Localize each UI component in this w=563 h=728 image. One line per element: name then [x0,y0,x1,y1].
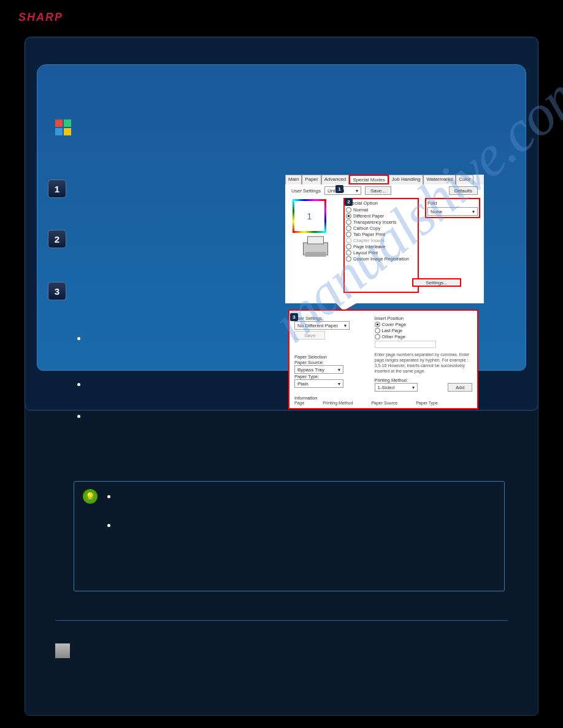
fold-group: Fold None▾ [425,198,480,218]
tab-special-modes[interactable]: Special Modes [349,175,388,184]
paper-source-label: Paper Source: [294,360,375,365]
col-page: Page [294,401,304,405]
dialog-tabs: Main Paper Advanced Special Modes Job Ha… [285,175,484,184]
user-settings-label: User Settings [291,188,321,194]
bullet-3 [77,415,80,418]
callout-3: 3 [290,313,298,321]
col-paper-type: Paper Type [416,401,438,405]
special-option-group: Special Option Normal Different Paper Tr… [343,198,419,293]
option-layout-print[interactable]: Layout Print [346,250,416,256]
tab-main[interactable]: Main [285,175,302,184]
tip-bullet-2 [107,524,110,527]
defaults-button[interactable]: Defaults [449,186,478,195]
option-page-interleave[interactable]: Page Interleave [346,244,416,249]
col-paper-source: Paper Source [371,401,397,405]
brand-logo: SHARP [18,11,63,24]
paper-selection-label: Paper Selection [294,354,375,360]
bullet-2 [77,383,80,386]
information-label: Information [294,395,472,401]
option-cover-page[interactable]: Cover Page [375,322,473,327]
printing-method-dropdown[interactable]: 1-Sided▾ [375,383,418,392]
tab-watermarks[interactable]: Watermarks [423,175,456,184]
option-chapter-inserts[interactable]: Chapter Inserts [346,238,416,243]
callout-2: 2 [345,198,353,206]
step-1-badge: 1 [48,180,66,198]
step-3-badge: 3 [48,282,66,300]
d2-user-settings-dropdown[interactable]: No Different Paper▾ [294,321,350,330]
tab-paper[interactable]: Paper [302,175,321,184]
paper-source-dropdown[interactable]: Bypass Tray▾ [294,365,343,374]
fold-label: Fold [427,200,478,206]
settings-button[interactable]: Settings... [412,278,461,287]
page-number-input[interactable] [375,341,436,348]
tip-lightbulb-icon: 💡 [83,489,98,504]
page-hint-text: Enter page numbers separated by commas. … [375,352,473,374]
option-transparency-inserts[interactable]: Transparency Inserts [346,219,416,225]
tip-box [74,481,505,591]
tip-bullet-1 [107,495,110,498]
paper-type-label: Paper Type: [294,374,375,379]
option-different-paper[interactable]: Different Paper [346,213,416,219]
printing-method-label: Printing Method: [375,377,473,383]
svg-rect-1 [308,237,324,244]
option-normal[interactable]: Normal [346,207,416,213]
option-last-page[interactable]: Last Page [375,328,473,333]
different-paper-settings-dialog: User Settings No Different Paper▾ Save I… [288,309,478,409]
special-option-label: Special Option [346,200,416,206]
tab-advanced[interactable]: Advanced [321,175,350,184]
paper-type-dropdown[interactable]: Plain▾ [294,379,343,388]
option-other-page[interactable]: Other Page [375,334,473,339]
option-tab-paper-print[interactable]: Tab Paper Print [346,232,416,237]
tab-color[interactable]: Color [456,175,473,184]
bottom-section-icon [55,643,70,658]
insert-position-label: Insert Position [375,316,473,321]
section-divider [55,620,508,621]
printer-dialog-special-modes: Main Paper Advanced Special Modes Job Ha… [285,175,484,303]
d2-save-button[interactable]: Save [294,331,325,339]
svg-rect-2 [305,252,326,257]
fold-dropdown[interactable]: None▾ [427,207,478,216]
option-custom-image-registration[interactable]: Custom Image Registration [346,256,416,262]
bullet-1 [77,337,80,340]
tab-job-handling[interactable]: Job Handling [389,175,424,184]
step-2-badge: 2 [48,230,66,248]
d2-user-settings-label: User Settings [294,316,375,321]
option-carbon-copy[interactable]: Carbon Copy [346,226,416,231]
preview-page: 1 [293,199,326,233]
windows-icon [55,119,74,138]
printer-icon [299,233,332,258]
col-printing-method: Printing Method [323,401,353,405]
page-preview: 1 [293,199,339,260]
save-button[interactable]: Save... [365,186,391,195]
add-button[interactable]: Add [448,383,472,392]
callout-1: 1 [335,185,343,193]
